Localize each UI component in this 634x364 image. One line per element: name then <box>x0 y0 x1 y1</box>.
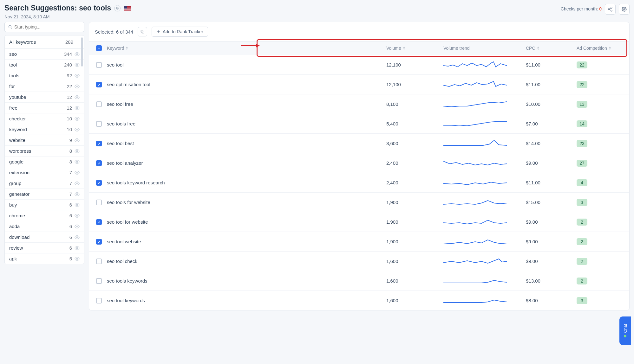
adc-cell: 3 <box>577 199 627 206</box>
row-checkbox[interactable] <box>96 160 102 166</box>
add-to-rank-tracker-button[interactable]: Add to Rank Tracker <box>152 27 208 37</box>
eye-icon <box>75 213 80 218</box>
volume-cell: 1,600 <box>386 259 443 264</box>
volume-cell: 12,100 <box>386 82 443 87</box>
cpc-cell: $9.00 <box>526 219 577 225</box>
table-row: seo tools keyword research 2,400 $11.00 … <box>89 173 629 193</box>
sidebar-keyword-item[interactable]: generator7 <box>5 189 84 200</box>
volume-cell: 2,400 <box>386 160 443 166</box>
keyword-cell: seo tool website <box>107 239 386 244</box>
col-volume[interactable]: Volume <box>386 46 443 51</box>
sidebar-keyword-item[interactable]: apk5 <box>5 253 84 264</box>
col-ad-competition[interactable]: Ad Competition <box>577 46 627 51</box>
settings-button[interactable] <box>619 4 630 15</box>
table-row: seo tool website 1,900 $9.00 2 <box>89 232 629 252</box>
sidebar-keyword-item[interactable]: buy6 <box>5 200 84 210</box>
sidebar-keyword-item[interactable]: for22 <box>5 81 84 92</box>
trend-cell <box>443 119 526 129</box>
sidebar-keyword-item[interactable]: free12 <box>5 103 84 113</box>
adc-cell: 2 <box>577 278 627 284</box>
row-checkbox[interactable] <box>96 259 102 264</box>
eye-icon <box>75 127 80 132</box>
keyword-cell: seo tool <box>107 62 386 67</box>
row-checkbox[interactable] <box>96 180 102 186</box>
table-row: seo tool keywords 1,600 $8.00 3 <box>89 291 629 310</box>
eye-icon <box>75 246 80 251</box>
cpc-cell: $14.00 <box>526 141 577 146</box>
sidebar: All keywords 289 seo344tool240tools92for… <box>4 22 84 264</box>
page-title: Search Suggestions: seo tools <box>4 4 111 12</box>
main-panel: Selected: 6 of 344 Add to Rank Tracker K… <box>89 22 630 310</box>
keyword-cell: seo tool analyzer <box>107 160 386 166</box>
eye-icon <box>75 170 80 175</box>
table-row: seo tool for website 1,900 $9.00 2 <box>89 212 629 232</box>
copy-button[interactable] <box>138 27 147 36</box>
svg-point-12 <box>76 97 78 98</box>
col-cpc[interactable]: CPC <box>526 46 577 51</box>
row-checkbox[interactable] <box>96 141 102 146</box>
eye-icon <box>75 138 80 143</box>
sidebar-keyword-item[interactable]: chrome6 <box>5 210 84 221</box>
sidebar-keyword-item[interactable]: keyword10 <box>5 124 84 135</box>
checks-per-month[interactable]: Checks per month: 0 <box>561 6 602 12</box>
sidebar-keyword-item[interactable]: wordpress8 <box>5 146 84 156</box>
sidebar-keyword-item[interactable]: download6 <box>5 232 84 243</box>
volume-cell: 1,600 <box>386 298 443 303</box>
svg-line-3 <box>610 10 611 10</box>
sidebar-keyword-item[interactable]: youtube12 <box>5 92 84 103</box>
trend-cell <box>443 60 526 70</box>
cpc-cell: $9.00 <box>526 239 577 244</box>
row-checkbox[interactable] <box>96 239 102 245</box>
keyword-cell: seo tool best <box>107 141 386 146</box>
sidebar-keyword-item[interactable]: adda6 <box>5 221 84 232</box>
row-checkbox[interactable] <box>96 298 102 303</box>
svg-point-26 <box>76 247 78 249</box>
keyword-cell: seo tool free <box>107 101 386 107</box>
svg-point-18 <box>76 161 78 163</box>
sidebar-search[interactable] <box>4 22 84 32</box>
row-checkbox[interactable] <box>96 82 102 87</box>
volume-cell: 1,600 <box>386 278 443 284</box>
row-checkbox[interactable] <box>96 278 102 284</box>
sidebar-keyword-item[interactable]: group7 <box>5 178 84 189</box>
keyword-cell: seo optimisation tool <box>107 82 386 87</box>
row-checkbox[interactable] <box>96 62 102 68</box>
timestamp: Nov 21, 2024, 8:10 AM <box>4 14 131 19</box>
trend-cell <box>443 237 526 246</box>
row-checkbox[interactable] <box>96 101 102 107</box>
sidebar-keyword-item[interactable]: tools92 <box>5 70 84 81</box>
trend-cell <box>443 197 526 207</box>
svg-point-5 <box>624 9 625 10</box>
svg-point-9 <box>76 64 78 66</box>
table-row: seo tool 12,100 $11.00 22 <box>89 55 629 75</box>
sidebar-all-keywords[interactable]: All keywords 289 <box>5 35 84 49</box>
col-keyword[interactable]: Keyword <box>107 46 386 51</box>
sidebar-keyword-item[interactable]: tool240 <box>5 60 84 70</box>
sidebar-keyword-item[interactable]: checker10 <box>5 113 84 124</box>
google-icon: G <box>114 5 121 11</box>
select-all-checkbox[interactable] <box>96 45 102 51</box>
sidebar-keyword-item[interactable]: google8 <box>5 156 84 167</box>
sidebar-keyword-item[interactable]: seo344 <box>5 49 84 60</box>
search-input[interactable] <box>14 24 81 29</box>
share-button[interactable] <box>605 4 616 15</box>
cpc-cell: $15.00 <box>526 200 577 205</box>
cpc-cell: $11.00 <box>526 180 577 185</box>
keyword-cell: seo tools keywords <box>107 278 386 284</box>
svg-line-7 <box>11 28 12 29</box>
keyword-cell: seo tool for website <box>107 219 386 225</box>
volume-cell: 1,900 <box>386 239 443 244</box>
eye-icon <box>75 52 80 57</box>
row-checkbox[interactable] <box>96 200 102 205</box>
sidebar-keyword-item[interactable]: website9 <box>5 135 84 146</box>
row-checkbox[interactable] <box>96 121 102 127</box>
keyword-cell: seo tools for website <box>107 200 386 205</box>
row-checkbox[interactable] <box>96 219 102 225</box>
trend-cell <box>443 178 526 188</box>
sidebar-keyword-item[interactable]: review6 <box>5 243 84 253</box>
selected-count: Selected: 6 of 344 <box>95 29 133 35</box>
adc-cell: 2 <box>577 258 627 265</box>
sidebar-keyword-item[interactable]: extension7 <box>5 167 84 178</box>
volume-cell: 2,400 <box>386 180 443 185</box>
svg-point-21 <box>76 194 78 195</box>
